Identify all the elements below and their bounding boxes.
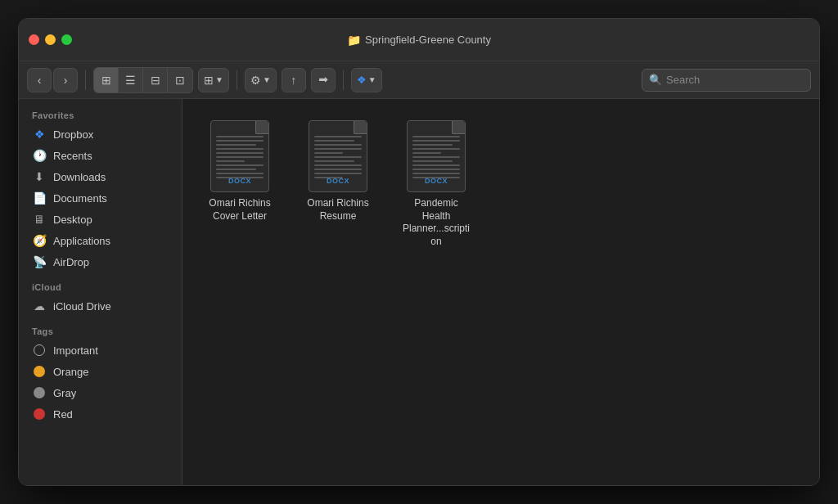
dropbox-icon: ❖: [32, 127, 47, 142]
sidebar-item-label: Important: [53, 344, 98, 357]
file-item-0[interactable]: DOCX Omari Richins Cover Letter: [199, 115, 281, 253]
file-grid: DOCX Omari Richins Cover Letter: [199, 115, 803, 253]
view-column-button[interactable]: ⊟: [143, 68, 168, 92]
dropbox-toolbar-icon: ❖: [357, 74, 367, 86]
view-list-button[interactable]: ☰: [119, 68, 143, 92]
sidebar-item-tag-red[interactable]: Red: [19, 403, 182, 425]
downloads-icon: ⬇: [32, 169, 47, 184]
doc-lines-2: [412, 136, 460, 178]
file-item-2[interactable]: DOCX Pandemic Health Planner...scription: [395, 115, 477, 253]
view-cover-button[interactable]: ⊡: [168, 68, 192, 92]
minimize-button[interactable]: [45, 34, 56, 45]
icloud-header: iCloud: [19, 279, 182, 295]
sidebar-item-tag-gray[interactable]: Gray: [19, 382, 182, 403]
content-area: Favorites ❖ Dropbox 🕐 Recents ⬇ Download…: [19, 99, 819, 485]
action-dropdown-arrow: ▼: [263, 75, 271, 84]
sidebar-item-label: Documents: [53, 192, 107, 205]
docx-icon-1: DOCX: [309, 120, 367, 192]
list-icon: ☰: [125, 74, 136, 87]
tags-section: Tags Important Orange: [19, 323, 182, 425]
view-options-icon: ⊞: [204, 74, 214, 87]
column-icon: ⊟: [151, 74, 160, 87]
sidebar-item-label: Gray: [53, 387, 76, 399]
maximize-button[interactable]: [61, 34, 72, 45]
sidebar-item-label: iCloud Drive: [53, 300, 111, 313]
file-icon-1: DOCX: [309, 120, 367, 192]
traffic-lights: [29, 34, 72, 45]
share-button[interactable]: ↑: [282, 68, 306, 92]
sidebar-item-icloud-drive[interactable]: ☁ iCloud Drive: [19, 295, 182, 317]
sidebar-item-label: Applications: [53, 235, 110, 247]
gear-icon: ⚙: [250, 74, 261, 87]
sidebar-item-dropbox[interactable]: ❖ Dropbox: [19, 124, 182, 145]
docx-label-1: DOCX: [309, 177, 367, 185]
file-name-2: Pandemic Health Planner...scription: [400, 197, 472, 248]
sidebar-item-applications[interactable]: 🧭 Applications: [19, 230, 182, 251]
search-input[interactable]: [666, 74, 804, 86]
separator-1: [85, 70, 86, 90]
tag-red-icon: [32, 407, 47, 421]
sidebar-item-label: Red: [53, 408, 73, 421]
tag-button[interactable]: ⬅: [311, 68, 336, 92]
docx-icon-0: DOCX: [210, 120, 269, 192]
view-icon-button[interactable]: ⊞: [94, 68, 119, 92]
dropbox-toolbar-arrow: ▼: [368, 75, 376, 84]
tag-icon: ⬅: [318, 74, 328, 87]
docx-label-0: DOCX: [211, 177, 268, 185]
file-name-1: Omari Richins Resume: [302, 197, 374, 223]
file-name-0: Omari Richins Cover Letter: [204, 197, 276, 223]
sidebar-item-airdrop[interactable]: 📡 AirDrop: [19, 251, 182, 272]
cover-icon: ⊡: [175, 74, 185, 87]
desktop-icon: 🖥: [32, 212, 47, 227]
docx-icon-2: DOCX: [407, 120, 466, 192]
file-item-1[interactable]: DOCX Omari Richins Resume: [297, 115, 379, 253]
sidebar-item-label: Recents: [53, 150, 92, 162]
tag-important-icon: [32, 343, 47, 358]
sidebar: Favorites ❖ Dropbox 🕐 Recents ⬇ Download…: [19, 99, 182, 485]
sidebar-item-label: Orange: [53, 366, 88, 378]
file-icon-0: DOCX: [210, 120, 269, 192]
dropbox-toolbar-button[interactable]: ❖ ▼: [351, 68, 382, 92]
sidebar-item-desktop[interactable]: 🖥 Desktop: [19, 209, 182, 230]
sidebar-item-recents[interactable]: 🕐 Recents: [19, 145, 182, 166]
back-button[interactable]: ‹: [27, 68, 52, 92]
fold-0: [255, 121, 268, 134]
share-icon: ↑: [291, 74, 296, 87]
documents-icon: 📄: [32, 191, 47, 205]
search-icon: 🔍: [649, 74, 662, 86]
finder-window: 📁 Springfield-Greene County ‹ › ⊞ ☰ ⊟: [18, 18, 820, 486]
forward-icon: ›: [64, 74, 68, 87]
icloud-drive-icon: ☁: [32, 299, 47, 313]
search-box: 🔍: [642, 69, 811, 92]
back-icon: ‹: [38, 74, 42, 87]
applications-icon: 🧭: [32, 233, 47, 248]
sidebar-item-documents[interactable]: 📄 Documents: [19, 187, 182, 209]
grid-icon: ⊞: [101, 74, 111, 87]
tag-gray-icon: [32, 385, 47, 400]
doc-lines-1: [314, 136, 362, 178]
window-title: 📁 Springfield-Greene County: [347, 34, 491, 47]
sidebar-item-label: Dropbox: [53, 128, 93, 141]
icloud-section: iCloud ☁ iCloud Drive: [19, 279, 182, 317]
view-options-dropdown[interactable]: ⊞ ▼: [198, 68, 229, 92]
file-icon-2: DOCX: [407, 120, 466, 192]
toolbar: ‹ › ⊞ ☰ ⊟ ⊡ ⊞ ▼: [19, 61, 819, 99]
docx-label-2: DOCX: [408, 177, 465, 185]
file-view: DOCX Omari Richins Cover Letter: [182, 99, 819, 485]
dropdown-arrow-icon: ▼: [215, 75, 223, 84]
fold-1: [354, 121, 367, 134]
sidebar-item-tag-orange[interactable]: Orange: [19, 361, 182, 382]
sidebar-item-label: AirDrop: [53, 256, 89, 268]
sidebar-item-downloads[interactable]: ⬇ Downloads: [19, 166, 182, 187]
nav-buttons: ‹ ›: [27, 68, 78, 92]
forward-button[interactable]: ›: [53, 68, 78, 92]
action-button[interactable]: ⚙ ▼: [245, 68, 277, 92]
favorites-header: Favorites: [19, 107, 182, 124]
title-bar: 📁 Springfield-Greene County: [19, 19, 819, 61]
sidebar-item-tag-important[interactable]: Important: [19, 340, 182, 361]
favorites-section: Favorites ❖ Dropbox 🕐 Recents ⬇ Download…: [19, 107, 182, 272]
close-button[interactable]: [29, 34, 39, 45]
tags-header: Tags: [19, 323, 182, 340]
fold-2: [452, 121, 465, 134]
separator-3: [343, 70, 344, 90]
